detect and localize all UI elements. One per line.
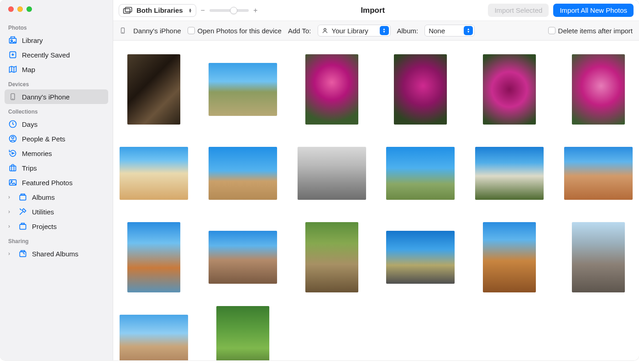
download-icon (8, 50, 17, 59)
suitcase-icon (8, 163, 17, 172)
sidebar-item-label: Days (22, 120, 37, 128)
minimize-window-button[interactable] (17, 6, 23, 12)
fullscreen-window-button[interactable] (26, 6, 32, 12)
utilities-icon (18, 207, 27, 216)
album-value: None (429, 27, 445, 35)
library-switcher[interactable]: Both Libraries ▲▼ (119, 4, 196, 17)
sidebar-item-label: Danny's iPhone (22, 93, 70, 101)
photo-grid (113, 41, 639, 360)
window-controls (5, 6, 108, 20)
clock-icon (8, 120, 17, 129)
sidebar-item-featured[interactable]: Featured Photos (5, 175, 108, 190)
app-window: Photos Library Recently Saved Map Device… (0, 0, 639, 360)
sidebar-item-label: Utilities (32, 208, 54, 216)
library-icon (8, 36, 17, 45)
sidebar-item-map[interactable]: Map (5, 62, 108, 77)
tree-bark (127, 54, 180, 125)
zoom-in-button[interactable]: + (253, 6, 257, 15)
sidebar-item-memories[interactable]: Memories (5, 146, 108, 161)
photo-thumbnail[interactable] (298, 54, 366, 125)
svg-rect-13 (124, 9, 130, 13)
photo-thumbnail[interactable] (475, 222, 544, 292)
photo-thumbnail[interactable] (120, 306, 188, 360)
badlands-bw (298, 147, 366, 200)
zoom-slider-thumb[interactable] (230, 7, 237, 14)
chevron-updown-icon: ▲▼ (464, 26, 473, 35)
sidebar-item-library[interactable]: Library (5, 33, 108, 47)
green-field-sky (386, 147, 455, 200)
memories-icon (8, 149, 17, 158)
photo-thumbnail[interactable] (386, 54, 455, 125)
zoom-slider[interactable] (210, 9, 249, 12)
canyon-road (483, 222, 536, 292)
photo-thumbnail[interactable] (209, 222, 277, 292)
map-icon (8, 65, 17, 74)
pink-flower-close (572, 54, 625, 125)
river-valley (305, 222, 358, 292)
photo-thumbnail[interactable] (120, 222, 188, 292)
svg-rect-7 (10, 166, 16, 171)
desert-sky (120, 315, 188, 360)
photo-thumbnail[interactable] (564, 54, 633, 125)
svg-point-16 (324, 28, 326, 31)
import-bar: Danny's iPhone Open Photos for this devi… (113, 21, 639, 41)
add-to-select[interactable]: Your Library ▲▼ (318, 25, 391, 36)
zoom-control: − + (201, 6, 258, 15)
sidebar-item-label: Featured Photos (22, 179, 73, 187)
photo-thumbnail[interactable] (475, 138, 544, 208)
photo-thumbnail[interactable] (298, 138, 366, 208)
photo-thumbnail[interactable] (298, 222, 366, 292)
photo-row (119, 138, 634, 208)
delete-after-checkbox-group[interactable]: Delete items after import (548, 27, 633, 35)
svg-point-9 (11, 181, 12, 182)
svg-rect-10 (20, 195, 26, 200)
sidebar-item-people-pets[interactable]: People & Pets (5, 131, 108, 146)
sidebar-item-albums[interactable]: › Albums (5, 190, 108, 204)
svg-point-6 (12, 136, 14, 139)
photo-thumbnail[interactable] (209, 138, 277, 208)
delete-after-checkbox[interactable] (548, 27, 555, 34)
photo-thumbnail[interactable] (209, 54, 277, 125)
sidebar-item-days[interactable]: Days (5, 117, 108, 131)
sidebar-item-shared-albums[interactable]: › Shared Albums (5, 246, 108, 261)
sidebar-item-recently-saved[interactable]: Recently Saved (5, 47, 108, 62)
green-meadow (216, 306, 269, 360)
import-all-button[interactable]: Import All New Photos (553, 4, 634, 17)
person-icon (322, 27, 328, 34)
add-to-value: Your Library (332, 27, 368, 35)
close-window-button[interactable] (8, 6, 14, 12)
photo-thumbnail[interactable] (209, 306, 277, 360)
album-select[interactable]: None ▲▼ (424, 25, 475, 36)
photo-row (119, 306, 634, 360)
sidebar-item-projects[interactable]: › Projects (5, 219, 108, 234)
sidebar-item-trips[interactable]: Trips (5, 161, 108, 175)
photo-row (119, 54, 634, 125)
chevron-right-icon: › (8, 223, 13, 229)
grassland-mesa (209, 63, 277, 116)
zoom-out-button[interactable]: − (201, 6, 205, 15)
import-selected-button[interactable]: Import Selected (488, 4, 549, 17)
open-photos-checkbox[interactable] (188, 27, 195, 34)
white-cliffs (475, 147, 544, 200)
photo-thumbnail[interactable] (120, 54, 188, 125)
sidebar-item-label: Map (22, 66, 35, 73)
chevron-updown-icon: ▲▼ (380, 26, 389, 35)
photo-thumbnail[interactable] (564, 138, 633, 208)
open-photos-checkbox-group[interactable]: Open Photos for this device (188, 27, 282, 35)
sidebar-item-device[interactable]: Danny's iPhone (5, 89, 108, 104)
sidebar-item-label: Projects (32, 223, 57, 230)
red-rock-reflection (127, 222, 180, 292)
svg-rect-12 (20, 252, 26, 257)
photo-thumbnail[interactable] (120, 138, 188, 208)
sidebar: Photos Library Recently Saved Map Device… (0, 0, 113, 360)
photo-thumbnail[interactable] (475, 54, 544, 125)
featured-icon (8, 178, 17, 187)
photo-thumbnail[interactable] (564, 222, 633, 292)
photo-thumbnail[interactable] (386, 138, 455, 208)
petrified-rocks (572, 222, 625, 292)
highway-plain (386, 231, 455, 284)
photo-row (119, 222, 634, 292)
person-circle-icon (8, 134, 17, 143)
photo-thumbnail[interactable] (386, 222, 455, 292)
sidebar-item-utilities[interactable]: › Utilities (5, 204, 108, 219)
